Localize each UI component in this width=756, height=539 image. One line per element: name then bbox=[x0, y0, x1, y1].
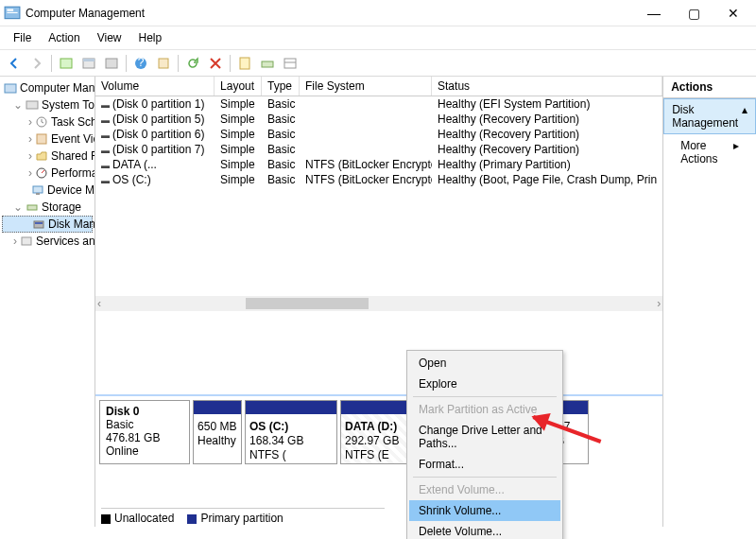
disk-type: Basic bbox=[106, 418, 183, 431]
partition[interactable]: OS (C:)168.34 GB NTFS (Healthy (Boot, Pa bbox=[245, 400, 337, 464]
col-layout[interactable]: Layout bbox=[215, 77, 262, 96]
table-row[interactable]: DATA (...SimpleBasicNTFS (BitLocker Encr… bbox=[95, 157, 662, 172]
svg-rect-5 bbox=[83, 59, 94, 61]
table-row[interactable]: (Disk 0 partition 6)SimpleBasicHealthy (… bbox=[95, 127, 662, 142]
tree-performance[interactable]: ›Performance bbox=[2, 165, 93, 182]
table-row[interactable]: (Disk 0 partition 1)SimpleBasicHealthy (… bbox=[95, 96, 662, 112]
ctx-shrink[interactable]: Shrink Volume... bbox=[409, 500, 560, 521]
tree-device-manager[interactable]: Device Manager bbox=[2, 182, 93, 199]
actions-pane: Actions Disk Management▴ More Actions▸ bbox=[663, 77, 756, 527]
toolbar: ? bbox=[0, 50, 756, 77]
svg-text:?: ? bbox=[138, 56, 145, 69]
svg-rect-19 bbox=[33, 186, 43, 193]
ctx-explore[interactable]: Explore bbox=[409, 374, 560, 394]
tb-icon-c[interactable] bbox=[101, 53, 122, 74]
title-bar: Computer Management — ▢ ✕ bbox=[0, 0, 756, 26]
ctx-delete[interactable]: Delete Volume... bbox=[409, 521, 560, 539]
svg-rect-23 bbox=[35, 222, 43, 224]
actions-disk-mgmt[interactable]: Disk Management▴ bbox=[663, 98, 756, 134]
svg-rect-21 bbox=[27, 205, 37, 210]
col-status[interactable]: Status bbox=[432, 77, 662, 96]
ctx-extend: Extend Volume... bbox=[409, 479, 560, 500]
tree-shared-folders[interactable]: ›Shared Folders bbox=[2, 148, 93, 165]
partition[interactable]: 650 MBHealthy bbox=[193, 400, 242, 464]
collapse-icon: ▴ bbox=[742, 103, 747, 130]
svg-rect-3 bbox=[60, 59, 72, 68]
legend: Unallocated Primary partition bbox=[101, 508, 385, 525]
table-row[interactable]: OS (C:)SimpleBasicNTFS (BitLocker Encryp… bbox=[95, 172, 662, 187]
volume-grid[interactable]: Volume Layout Type File System Status (D… bbox=[95, 77, 662, 394]
svg-rect-6 bbox=[106, 59, 117, 68]
menu-help[interactable]: Help bbox=[131, 29, 170, 46]
actions-more[interactable]: More Actions▸ bbox=[663, 134, 756, 170]
refresh-icon[interactable] bbox=[182, 53, 203, 74]
menu-view[interactable]: View bbox=[90, 29, 129, 46]
legend-unallocated-swatch bbox=[101, 514, 111, 524]
menu-file[interactable]: File bbox=[6, 29, 39, 46]
svg-rect-12 bbox=[284, 59, 296, 68]
tb-icon-a[interactable] bbox=[56, 53, 77, 74]
svg-rect-15 bbox=[26, 101, 38, 109]
menu-bar: File Action View Help bbox=[0, 26, 756, 50]
disk-name: Disk 0 bbox=[106, 405, 183, 418]
tree-task-scheduler[interactable]: ›Task Scheduler bbox=[2, 113, 93, 130]
table-row[interactable]: (Disk 0 partition 7)SimpleBasicHealthy (… bbox=[95, 142, 662, 157]
minimize-button[interactable]: — bbox=[641, 6, 667, 21]
svg-rect-11 bbox=[262, 61, 273, 67]
context-menu: Open Explore Mark Partition as Active Ch… bbox=[406, 350, 563, 539]
grid-header[interactable]: Volume Layout Type File System Status bbox=[95, 77, 662, 96]
tree-root[interactable]: Computer Management (Local) bbox=[2, 79, 93, 96]
legend-primary-swatch bbox=[187, 514, 197, 524]
col-type[interactable]: Type bbox=[262, 77, 300, 96]
table-row[interactable]: (Disk 0 partition 5)SimpleBasicHealthy (… bbox=[95, 112, 662, 127]
svg-rect-20 bbox=[36, 193, 40, 195]
forward-button[interactable] bbox=[26, 53, 47, 74]
tree-pane[interactable]: Computer Management (Local) ⌄System Tool… bbox=[0, 77, 95, 527]
close-button[interactable]: ✕ bbox=[720, 6, 747, 21]
svg-rect-17 bbox=[37, 134, 46, 144]
back-button[interactable] bbox=[4, 53, 25, 74]
tb-icon-b[interactable] bbox=[78, 53, 99, 74]
center-pane: Volume Layout Type File System Status (D… bbox=[95, 77, 663, 527]
svg-rect-2 bbox=[7, 11, 17, 12]
tb-icon-f[interactable] bbox=[257, 53, 278, 74]
disk-map: Disk 0 Basic 476.81 GB Online 650 MBHeal… bbox=[95, 394, 662, 527]
tb-icon-d[interactable] bbox=[153, 53, 174, 74]
maximize-button[interactable]: ▢ bbox=[680, 6, 707, 21]
ctx-format[interactable]: Format... bbox=[409, 454, 560, 475]
h-scrollbar[interactable]: ‹› bbox=[95, 296, 662, 311]
help-icon[interactable]: ? bbox=[130, 53, 151, 74]
svg-rect-10 bbox=[240, 58, 249, 69]
tb-icon-g[interactable] bbox=[280, 53, 301, 74]
tree-services-apps[interactable]: ›Services and Applications bbox=[2, 233, 93, 250]
window-title: Computer Management bbox=[26, 7, 641, 20]
delete-icon[interactable] bbox=[205, 53, 226, 74]
app-icon bbox=[4, 5, 21, 22]
menu-action[interactable]: Action bbox=[41, 29, 87, 46]
chevron-right-icon: ▸ bbox=[733, 139, 739, 165]
tree-storage[interactable]: ⌄Storage bbox=[2, 199, 93, 216]
disk-size: 476.81 GB bbox=[106, 431, 183, 444]
svg-rect-1 bbox=[7, 9, 13, 10]
disk-status: Online bbox=[106, 444, 183, 458]
tree-disk-management[interactable]: Disk Management bbox=[2, 216, 93, 233]
tb-icon-e[interactable] bbox=[234, 53, 255, 74]
ctx-open[interactable]: Open bbox=[409, 353, 560, 374]
tree-event-viewer[interactable]: ›Event Viewer bbox=[2, 130, 93, 148]
actions-header: Actions bbox=[663, 77, 756, 98]
tree-system-tools[interactable]: ⌄System Tools bbox=[2, 96, 93, 113]
svg-rect-14 bbox=[5, 84, 16, 93]
col-filesystem[interactable]: File System bbox=[300, 77, 432, 96]
disk-header[interactable]: Disk 0 Basic 476.81 GB Online bbox=[99, 400, 190, 464]
svg-rect-9 bbox=[159, 59, 168, 68]
svg-rect-24 bbox=[22, 237, 31, 245]
col-volume[interactable]: Volume bbox=[95, 77, 215, 96]
